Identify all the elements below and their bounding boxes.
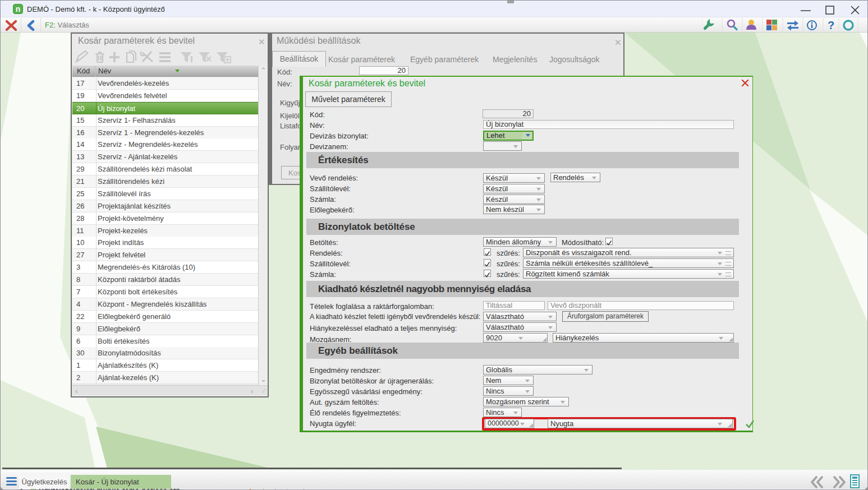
svg-text:?: ?	[828, 19, 834, 31]
